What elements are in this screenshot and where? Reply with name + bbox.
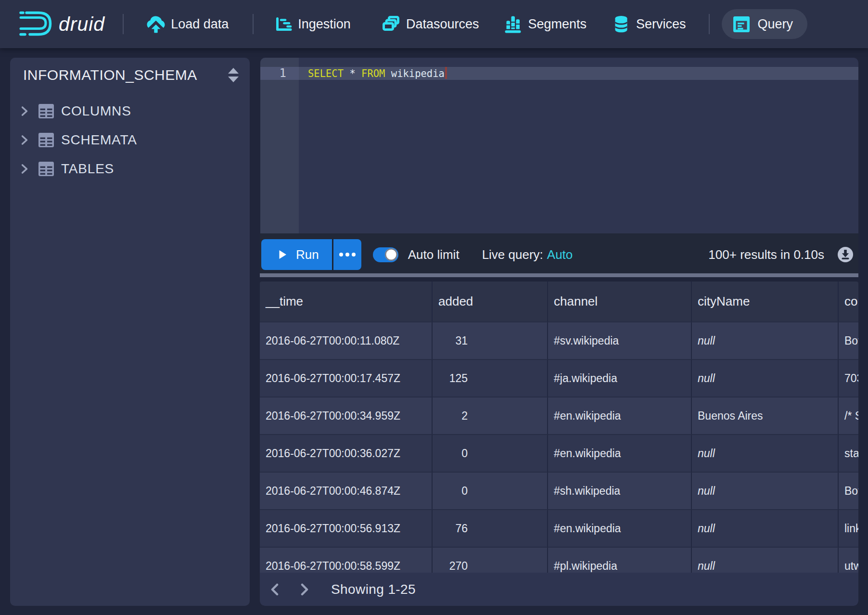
run-toolbar: Run Auto limit Live query:Auto 100+ resu… bbox=[260, 233, 858, 273]
cell-channel: #en.wikipedia bbox=[548, 397, 692, 435]
navbar-divider bbox=[123, 14, 124, 34]
cell-time: 2016-06-27T00:00:56.913Z bbox=[260, 510, 433, 548]
nav-item-datasources[interactable]: Datasources bbox=[382, 15, 479, 33]
cell-channel: #ja.wikipedia bbox=[548, 360, 692, 397]
live-query-label: Live query: bbox=[482, 247, 543, 262]
download-icon bbox=[841, 250, 850, 259]
next-page-button[interactable] bbox=[294, 579, 315, 600]
table-icon bbox=[38, 162, 54, 176]
live-query: Live query:Auto bbox=[482, 247, 573, 262]
table-row[interactable]: 2016-06-27T00:00:11.080Z 31 #sv.wikipedi… bbox=[260, 322, 858, 360]
sql-token-star: * bbox=[344, 68, 361, 79]
nav-label: Load data bbox=[171, 17, 229, 32]
column-header-cityname[interactable]: cityName bbox=[692, 282, 839, 322]
console-icon bbox=[733, 16, 750, 32]
pagination-bar: Showing 1-25 bbox=[260, 573, 858, 606]
nav-label: Ingestion bbox=[298, 17, 351, 32]
cell-time: 2016-06-27T00:00:17.457Z bbox=[260, 360, 433, 397]
cell-comment: /* Sports */ bbox=[839, 397, 858, 435]
line-number: 1 bbox=[260, 67, 286, 80]
column-header-time[interactable]: __time bbox=[260, 282, 433, 322]
cell-cityname: null bbox=[692, 322, 839, 360]
cell-added: 0 bbox=[433, 435, 548, 473]
cell-cityname: null bbox=[692, 435, 839, 473]
auto-limit-toggle[interactable] bbox=[373, 247, 398, 262]
download-button[interactable] bbox=[838, 247, 853, 262]
run-button-group: Run bbox=[261, 239, 361, 270]
schema-tree: COLUMNS SCHEMATA TABLES bbox=[10, 97, 250, 183]
cell-time: 2016-06-27T00:00:34.959Z bbox=[260, 397, 433, 435]
showing-label: Showing 1-25 bbox=[331, 582, 416, 597]
cell-cityname: null bbox=[692, 473, 839, 510]
column-header-added[interactable]: added bbox=[433, 282, 548, 322]
tree-item-columns[interactable]: COLUMNS bbox=[10, 97, 250, 126]
druid-logo-icon bbox=[19, 11, 52, 37]
cell-added: 125 bbox=[433, 360, 548, 397]
chevron-left-icon bbox=[270, 583, 280, 596]
cell-comment: Botskapande Indonesien omdirigering bbox=[839, 322, 858, 360]
cell-cityname: Buenos Aires bbox=[692, 397, 839, 435]
table-row[interactable]: 2016-06-27T00:00:36.027Z 0 #en.wikipedia… bbox=[260, 435, 858, 473]
brand[interactable]: druid bbox=[19, 11, 105, 37]
navbar: druid Load data Ingestion bbox=[0, 0, 868, 48]
stacked-chart-icon bbox=[504, 15, 522, 33]
run-more-button[interactable] bbox=[332, 239, 361, 270]
sql-token-table: wikipedia bbox=[385, 68, 444, 79]
chevron-right-icon bbox=[21, 106, 28, 116]
cell-channel: #en.wikipedia bbox=[548, 435, 692, 473]
query-results: __time added channel cityName comment 20… bbox=[260, 282, 858, 606]
cell-added: 31 bbox=[433, 322, 548, 360]
tree-label: TABLES bbox=[61, 161, 114, 177]
cell-added: 0 bbox=[433, 473, 548, 510]
nav-item-services[interactable]: Services bbox=[612, 15, 686, 33]
run-toolbar-right: 100+ results in 0.10s bbox=[708, 247, 858, 262]
toggle-knob bbox=[385, 248, 397, 261]
cell-cityname: null bbox=[692, 360, 839, 397]
cell-comment: Bot: Automatska zamjena teksta bbox=[839, 473, 858, 510]
column-header-channel[interactable]: channel bbox=[548, 282, 692, 322]
tree-item-schemata[interactable]: SCHEMATA bbox=[10, 126, 250, 154]
druid-console: druid Load data Ingestion bbox=[0, 0, 868, 615]
nav-item-ingestion[interactable]: Ingestion bbox=[274, 15, 351, 33]
cell-cityname: null bbox=[692, 510, 839, 548]
column-header-comment[interactable]: comment bbox=[839, 282, 858, 322]
run-button[interactable]: Run bbox=[261, 239, 332, 270]
sql-token-select: SELECT bbox=[308, 68, 344, 79]
nav-item-query[interactable]: Query bbox=[722, 9, 808, 39]
previous-page-button[interactable] bbox=[264, 579, 285, 600]
nav-label: Segments bbox=[528, 17, 587, 32]
more-dots-icon bbox=[339, 253, 356, 256]
cell-time: 2016-06-27T00:00:36.027Z bbox=[260, 435, 433, 473]
nav-item-segments[interactable]: Segments bbox=[504, 15, 587, 33]
pane-resize-handle[interactable] bbox=[260, 273, 858, 277]
chevron-right-icon bbox=[21, 164, 28, 174]
nav-label: Datasources bbox=[406, 17, 479, 32]
nav-item-load-data[interactable]: Load data bbox=[147, 15, 229, 33]
live-query-value[interactable]: Auto bbox=[547, 247, 573, 262]
tree-label: COLUMNS bbox=[61, 103, 131, 119]
play-icon bbox=[279, 250, 287, 259]
chevron-right-icon bbox=[300, 583, 309, 596]
cloud-upload-icon bbox=[147, 15, 165, 33]
double-caret-vertical-icon bbox=[227, 67, 240, 83]
cell-comment: 703に関する記述を追加 bbox=[839, 360, 858, 397]
sql-token-from: FROM bbox=[361, 68, 385, 79]
schema-selector[interactable]: INFORMATION_SCHEMA bbox=[10, 58, 250, 83]
tree-item-tables[interactable]: TABLES bbox=[10, 154, 250, 183]
sql-editor[interactable]: 1 SELECT * FROM wikipedia bbox=[260, 58, 858, 233]
sql-text: SELECT * FROM wikipedia bbox=[308, 67, 447, 80]
cell-added: 76 bbox=[433, 510, 548, 548]
gantt-chart-icon bbox=[274, 15, 292, 33]
table-row[interactable]: 2016-06-27T00:00:46.874Z 0 #sh.wikipedia… bbox=[260, 473, 858, 510]
schema-sidebar: INFORMATION_SCHEMA COLUMNS SCHEMATA bbox=[10, 58, 250, 606]
results-header-row: __time added channel cityName comment bbox=[260, 282, 858, 322]
cell-channel: #sv.wikipedia bbox=[548, 322, 692, 360]
chevron-right-icon bbox=[21, 135, 28, 145]
nav-label: Services bbox=[636, 17, 686, 32]
table-row[interactable]: 2016-06-27T00:00:56.913Z 76 #en.wikipedi… bbox=[260, 510, 858, 548]
table-row[interactable]: 2016-06-27T00:00:34.959Z 2 #en.wikipedia… bbox=[260, 397, 858, 435]
run-button-label: Run bbox=[296, 247, 319, 262]
brand-name: druid bbox=[59, 13, 105, 36]
table-row[interactable]: 2016-06-27T00:00:17.457Z 125 #ja.wikiped… bbox=[260, 360, 858, 397]
schema-title: INFORMATION_SCHEMA bbox=[23, 67, 197, 83]
